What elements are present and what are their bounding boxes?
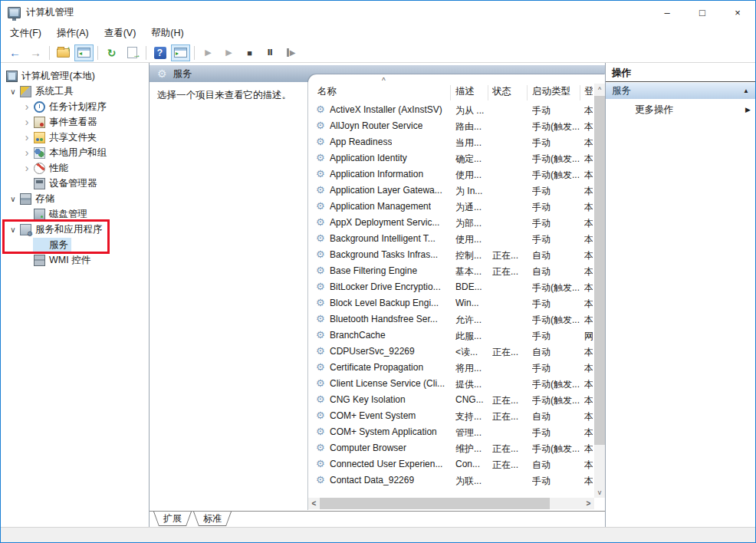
export-list-button[interactable]: → [123,44,142,61]
service-row[interactable]: ⚙ Computer Browser 维护... 正在... 手动(触发... … [308,440,594,456]
horizontal-scroll-thumb[interactable] [320,498,550,509]
scroll-right-icon[interactable]: > [583,498,594,509]
service-startup-type: 手动(触发... [532,314,580,327]
tree-item[interactable]: ∨ 服务和应用程序 [1,222,149,237]
service-description: 确定... [455,153,482,166]
tree-expander-icon[interactable]: ∨ [7,225,19,234]
tree-item[interactable]: › 任务计划程序 [1,99,149,114]
service-row[interactable]: ⚙ Contact Data_92269 为联... 手动 本 [308,472,594,489]
service-gear-icon: ⚙ [316,248,325,260]
service-gear-icon: ⚙ [316,345,325,357]
service-logon-as: 本 [584,249,593,262]
tree-item[interactable]: ∨ 存储 [1,191,149,206]
service-logon-as: 本 [584,475,593,488]
service-startup-type: 手动 [532,426,551,439]
service-row[interactable]: ⚙ Background Intelligent T... 使用... 手动 本 [308,231,594,247]
service-row[interactable]: ⚙ Block Level Backup Engi... Win... 手动 本 [308,295,594,311]
tree-item[interactable]: 计算机管理(本地) [1,68,149,84]
tree-expander-icon[interactable]: › [21,118,33,126]
tree-item[interactable]: ∨ 系统工具 [1,84,149,99]
resume-service-icon: ▶ [225,48,232,58]
scroll-up-icon[interactable]: ^ [594,84,605,95]
service-name: BitLocker Drive Encryptio... [330,281,441,292]
start-service-button[interactable]: ▶ [199,44,218,61]
service-logon-as: 本 [584,120,593,133]
service-row[interactable]: ⚙ AllJoyn Router Service 路由... 手动(触发... … [308,118,594,134]
service-gear-icon: ⚙ [316,281,325,292]
view-tab[interactable]: 扩展 [153,512,192,526]
service-row[interactable]: ⚙ App Readiness 当用... 手动 本 [308,134,594,150]
menu-item[interactable]: 帮助(H) [143,25,191,42]
tree-item[interactable]: › 事件查看器 [1,114,149,130]
vertical-scroll-thumb[interactable] [594,96,605,445]
minimize-button[interactable]: – [649,1,685,24]
tree-item[interactable]: › 性能 [1,160,149,176]
resume-service-button[interactable]: ▶ [219,44,238,61]
column-header-logon[interactable]: 登 [584,85,593,98]
service-gear-icon: ⚙ [316,393,325,405]
service-logon-as: 本 [584,233,593,246]
restart-service-button[interactable]: ▶ [281,44,301,61]
vertical-scrollbar[interactable]: ^ v [594,84,605,498]
scroll-down-icon[interactable]: v [594,486,605,498]
tree-item[interactable]: WMI 控件 [1,252,149,268]
tree-expander-icon[interactable]: › [21,149,33,156]
tree-item[interactable]: › 共享文件夹 [1,130,149,145]
service-row[interactable]: ⚙ Application Layer Gatewa... 为 In... 手动… [308,183,594,199]
service-row[interactable]: ⚙ Certificate Propagation 将用... 手动 本 [308,360,594,376]
tree-expander-icon[interactable]: ∨ [7,87,19,96]
service-row[interactable]: ⚙ Connected User Experien... Con... 正在..… [308,456,594,472]
back-button[interactable]: ← [5,44,25,61]
menu-item[interactable]: 文件(F) [2,25,49,42]
column-header-name[interactable]: 名称 [317,85,337,98]
view-tab-label: 标准 [194,512,231,525]
tree-expander-icon[interactable]: ∨ [7,195,19,203]
column-header-status[interactable]: 状态 [492,85,511,98]
service-gear-icon: ⚙ [316,458,325,469]
service-row[interactable]: ⚙ BranchCache 此服... 手动 网 [308,327,594,344]
tree-item[interactable]: › 本地用户和组 [1,145,149,160]
horizontal-scrollbar[interactable]: < > [308,498,594,509]
tree-expander-icon[interactable]: › [21,103,33,110]
service-startup-type: 手动(触发... [532,378,580,391]
service-row[interactable]: ⚙ ActiveX Installer (AxInstSV) 为从 ... 手动… [308,102,594,118]
column-header-description[interactable]: 描述 [455,85,475,98]
help-button[interactable]: ? [150,44,169,61]
service-row[interactable]: ⚙ Background Tasks Infras... 控制... 正在...… [308,247,594,263]
refresh-button[interactable]: ↻ [102,44,121,61]
service-row[interactable]: ⚙ COM+ System Application 管理... 手动 本 [308,424,594,440]
pause-service-button[interactable]: Ⅱ [261,44,280,61]
actions-group-services[interactable]: 服务 ▲ [606,82,755,99]
view-tab[interactable]: 标准 [193,512,232,526]
column-header-startup[interactable]: 启动类型 [532,85,570,98]
more-actions-item[interactable]: 更多操作 ▶ [606,99,755,120]
tree-expander-icon[interactable]: › [21,133,33,141]
tree-item[interactable]: 设备管理器 [1,176,149,191]
tree-expander-icon[interactable]: › [21,164,33,172]
service-row[interactable]: ⚙ CNG Key Isolation CNG... 正在... 手动(触发..… [308,392,594,408]
tree-item[interactable]: 服务 [1,237,149,252]
show-console-tree-button[interactable]: ◂ [74,44,94,61]
up-one-level-button[interactable]: ↑ [54,44,73,61]
service-row[interactable]: ⚙ Application Identity 确定... 手动(触发... 本 [308,150,594,166]
service-row[interactable]: ⚙ CDPUserSvc_92269 <读... 正在... 自动 本 [308,344,594,360]
tree-item[interactable]: 磁盘管理 [1,206,149,222]
service-row[interactable]: ⚙ BitLocker Drive Encryptio... BDE... 手动… [308,279,594,295]
show-action-pane-button[interactable]: ▸ [171,44,190,61]
service-row[interactable]: ⚙ COM+ Event System 支持... 正在... 自动 本 [308,408,594,424]
service-row[interactable]: ⚙ Bluetooth Handsfree Ser... 允许... 手动(触发… [308,311,594,327]
collapse-caret-icon[interactable]: ▲ [743,87,749,94]
scroll-left-icon[interactable]: < [308,498,320,509]
services-banner-title: 服务 [173,67,192,81]
service-row[interactable]: ⚙ Base Filtering Engine 基本... 正在... 自动 本 [308,263,594,279]
menu-item[interactable]: 操作(A) [49,25,97,42]
service-row[interactable]: ⚙ Application Information 使用... 手动(触发...… [308,166,594,183]
service-row[interactable]: ⚙ Client License Service (Cli... 提供... 手… [308,376,594,392]
close-button[interactable]: × [720,1,755,24]
forward-button[interactable]: → [26,44,45,61]
service-row[interactable]: ⚙ AppX Deployment Servic... 为部... 手动 本 [308,215,594,231]
menu-item[interactable]: 查看(V) [97,25,144,42]
stop-service-button[interactable]: ■ [240,44,259,61]
service-row[interactable]: ⚙ Application Management 为通... 手动 本 [308,199,594,215]
maximize-button[interactable]: □ [685,1,720,24]
